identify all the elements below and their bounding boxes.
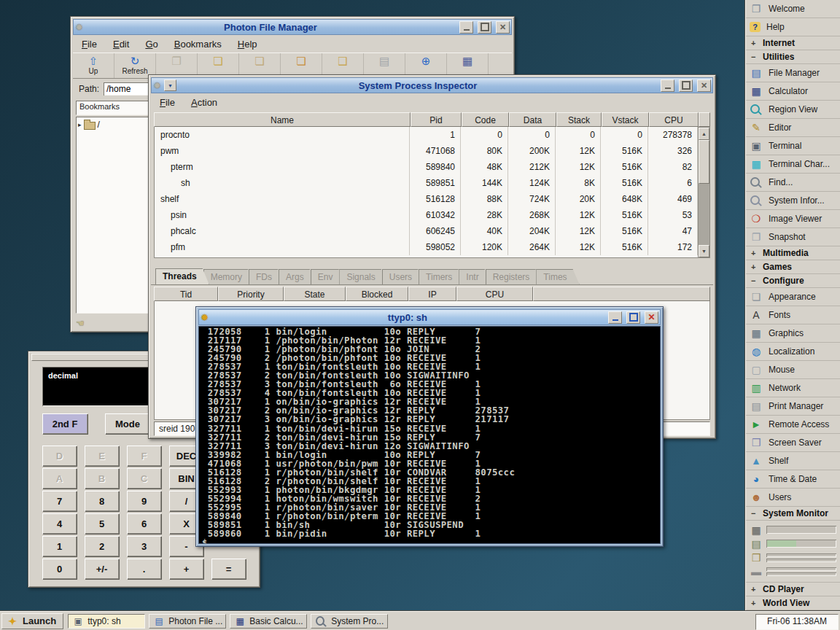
column-header-code[interactable]: Code (462, 112, 509, 127)
process-row[interactable]: shelf51612888K724K20K648K469 (155, 191, 698, 207)
sidebar-item-users[interactable]: ☻Users (746, 489, 840, 507)
sidebar-item-localization[interactable]: ◍Localization (746, 343, 840, 361)
calc-key-8[interactable]: 8 (85, 491, 119, 511)
terminal-titlebar[interactable]: ✹ ttyp0: sh ✕ (198, 309, 661, 325)
calc-key-1[interactable]: 1 (42, 536, 77, 556)
window-menu-gear-icon[interactable]: ✹ (75, 23, 83, 32)
scrollbar-thumb[interactable] (699, 140, 709, 184)
tab-signals[interactable]: Signals (339, 269, 387, 284)
fm-menu-bookmarks[interactable]: Bookmarks (170, 38, 230, 50)
minimize-button[interactable] (661, 79, 674, 92)
sidebar-item-terminal-char[interactable]: ▦Terminal Char... (746, 155, 840, 174)
file-manager-titlebar[interactable]: ✹ Photon File Manager ✕ (73, 19, 512, 35)
collapse-icon[interactable]: − (751, 52, 758, 61)
calc-key-e[interactable]: E (85, 446, 119, 466)
expand-arrow-icon[interactable]: ▸ (78, 121, 82, 128)
calc-key-9[interactable]: 9 (127, 491, 161, 511)
sidebar-item-network[interactable]: ▥Network (746, 379, 840, 397)
column-header-pid[interactable]: Pid (411, 112, 462, 127)
calc-key-6[interactable]: 6 (127, 513, 161, 534)
sidebar-item-screen-saver[interactable]: ❒Screen Saver (746, 434, 840, 452)
sidebar-item-find[interactable]: Find... (746, 174, 840, 192)
launch-button[interactable]: ✦ Launch (1, 613, 63, 629)
process-row[interactable]: pfm598052120K264K12K516K172 (155, 239, 698, 255)
tab-times[interactable]: Times (536, 269, 579, 284)
calc-key-b[interactable]: B (85, 468, 119, 489)
close-button[interactable]: ✕ (645, 311, 658, 324)
tab-threads[interactable]: Threads (155, 268, 209, 284)
minimize-button[interactable] (459, 21, 473, 34)
calc-key-0[interactable]: 0 (42, 559, 77, 579)
calc-key-4[interactable]: 4 (42, 513, 77, 534)
process-row[interactable]: pwm47106880K200K12K516K326 (155, 143, 698, 159)
calc-button-mode[interactable]: Mode (105, 413, 150, 434)
sidebar-group-cdplayer[interactable]: +CD Player (746, 583, 840, 596)
process-row[interactable]: psin61034228K268K12K516K53 (155, 207, 698, 223)
scroll-down-icon[interactable]: ▼ (699, 245, 709, 257)
calc-key-f[interactable]: F (127, 446, 161, 466)
column-header-name[interactable]: Name (154, 112, 411, 127)
calc-key-7[interactable]: 7 (42, 491, 77, 511)
sidebar-item-image-viewer[interactable]: ❍Image Viewer (746, 210, 840, 228)
calc-key-d[interactable]: D (42, 446, 77, 466)
sidebar-item-fonts[interactable]: AFonts (746, 306, 840, 324)
task-button-ttyp0-sh[interactable]: ▣ttyp0: sh (68, 614, 145, 629)
sidebar-item-remote-access[interactable]: ►Remote Access (746, 416, 840, 434)
close-button[interactable]: ✕ (697, 79, 711, 92)
task-button-system-pro[interactable]: System Pro... (311, 614, 388, 629)
thread-column-header-cpu[interactable]: CPU (456, 287, 533, 301)
process-inspector-titlebar[interactable]: ✹ ▼ System Process Inspector ✕ (151, 77, 713, 93)
calc-key-2[interactable]: 2 (85, 536, 119, 556)
window-menu-gear-icon[interactable]: ✹ (153, 81, 161, 90)
collapse-icon[interactable]: − (751, 276, 758, 285)
sidebar-item-mouse[interactable]: ▢Mouse (746, 361, 840, 379)
tab-users[interactable]: Users (382, 269, 424, 284)
column-header-cpu[interactable]: CPU (649, 112, 699, 127)
maximize-button[interactable] (679, 79, 693, 92)
calc-key-5[interactable]: 5 (85, 513, 119, 534)
calc-key-_[interactable]: + (169, 559, 203, 579)
calc-key-_[interactable]: = (211, 559, 246, 579)
sidebar-item-help[interactable]: ?Help (746, 18, 840, 36)
sidebar-item-welcome[interactable]: ❐Welcome (746, 0, 840, 18)
thread-column-header-ip[interactable]: IP (408, 287, 456, 301)
calc-key-c[interactable]: C (127, 468, 161, 489)
expand-icon[interactable]: + (751, 249, 758, 257)
expand-icon[interactable]: + (751, 585, 758, 594)
expand-icon[interactable]: + (751, 599, 758, 607)
minimize-button[interactable] (608, 311, 622, 324)
maximize-button[interactable] (478, 21, 491, 34)
sidebar-item-system-infor[interactable]: System Infor... (746, 192, 840, 210)
thread-column-header-state[interactable]: State (284, 287, 346, 301)
thread-column-header-blocked[interactable]: Blocked (346, 287, 408, 301)
sidebar-group-internet[interactable]: +Internet (746, 36, 840, 50)
expand-icon[interactable]: + (751, 39, 758, 47)
bookmark-item[interactable]: ▸/ (78, 120, 151, 130)
sidebar-group-configure[interactable]: −Configure (746, 274, 840, 288)
calc-key-_[interactable]: . (127, 559, 161, 579)
sidebar-item-appearance[interactable]: ❏Appearance (746, 288, 840, 306)
sidebar-item-snapshot[interactable]: ❐Snapshot (746, 228, 840, 246)
tab-memory[interactable]: Memory (203, 269, 254, 284)
sidebar-item-terminal[interactable]: ▣Terminal (746, 137, 840, 155)
chevron-down-icon[interactable]: ▼ (164, 79, 176, 91)
thread-column-header-priority[interactable]: Priority (218, 287, 284, 301)
sidebar-item-editor[interactable]: ✎Editor (746, 119, 840, 137)
pi-menu-file[interactable]: File (155, 96, 184, 109)
task-button-basic-calcu[interactable]: ▦Basic Calcu... (230, 614, 307, 629)
terminal-content[interactable]: 172058 1 bin/login 10o REPLY 7 217117 1 … (198, 326, 661, 544)
fm-menu-go[interactable]: Go (141, 38, 166, 50)
maximize-button[interactable] (626, 311, 640, 324)
tab-timers[interactable]: Timers (419, 269, 464, 284)
calc-key-_[interactable]: +/- (85, 559, 119, 579)
sidebar-item-region-view[interactable]: Region View (746, 101, 840, 119)
sidebar-item-shelf[interactable]: ▲Shelf (746, 452, 840, 470)
sidebar-group-utilities[interactable]: −Utilities (746, 50, 840, 64)
tab-registers[interactable]: Registers (486, 269, 542, 284)
calc-button-2ndf[interactable]: 2nd F (42, 413, 88, 434)
sidebar-group-multimedia[interactable]: +Multimedia (746, 246, 840, 260)
scroll-up-icon[interactable]: ▲ (699, 128, 709, 140)
pi-menu-action[interactable]: Action (187, 96, 226, 109)
column-header-stack[interactable]: Stack (556, 112, 602, 127)
fm-menu-help[interactable]: Help (233, 38, 266, 50)
